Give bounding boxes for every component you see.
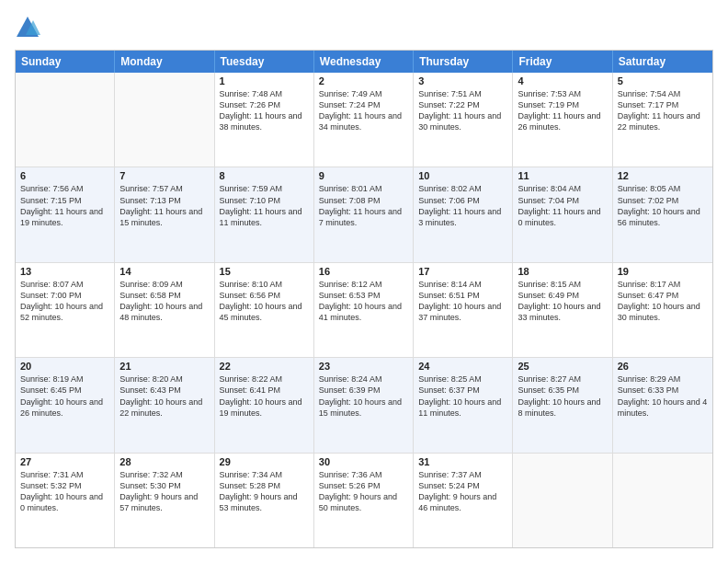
calendar-cell: 13Sunrise: 8:07 AM Sunset: 7:00 PM Dayli… <box>16 263 115 357</box>
weekday-header: Thursday <box>414 51 513 73</box>
calendar-cell: 20Sunrise: 8:19 AM Sunset: 6:45 PM Dayli… <box>16 358 115 452</box>
cell-info: Sunrise: 8:02 AM Sunset: 7:06 PM Dayligh… <box>418 183 507 228</box>
calendar-cell: 9Sunrise: 8:01 AM Sunset: 7:08 PM Daylig… <box>314 167 414 261</box>
day-number: 8 <box>220 170 309 181</box>
calendar-row: 27Sunrise: 7:31 AM Sunset: 5:32 PM Dayli… <box>16 454 712 547</box>
cell-info: Sunrise: 8:25 AM Sunset: 6:37 PM Dayligh… <box>418 373 507 419</box>
calendar-cell: 28Sunrise: 7:32 AM Sunset: 5:30 PM Dayli… <box>115 454 214 547</box>
calendar-cell: 7Sunrise: 7:57 AM Sunset: 7:13 PM Daylig… <box>115 167 214 261</box>
day-number: 10 <box>418 170 507 181</box>
day-number: 11 <box>518 170 607 181</box>
calendar-cell: 22Sunrise: 8:22 AM Sunset: 6:41 PM Dayli… <box>215 358 314 452</box>
logo-icon <box>15 15 40 40</box>
cell-info: Sunrise: 7:49 AM Sunset: 7:24 PM Dayligh… <box>319 88 408 133</box>
calendar-cell: 18Sunrise: 8:15 AM Sunset: 6:49 PM Dayli… <box>513 263 612 357</box>
cell-info: Sunrise: 7:37 AM Sunset: 5:24 PM Dayligh… <box>418 469 507 514</box>
day-number: 5 <box>618 75 708 86</box>
calendar-cell: 1Sunrise: 7:48 AM Sunset: 7:26 PM Daylig… <box>215 73 314 167</box>
calendar-cell: 16Sunrise: 8:12 AM Sunset: 6:53 PM Dayli… <box>314 263 414 357</box>
calendar-cell: 29Sunrise: 7:34 AM Sunset: 5:28 PM Dayli… <box>215 454 314 547</box>
calendar-row: 13Sunrise: 8:07 AM Sunset: 7:00 PM Dayli… <box>16 263 712 358</box>
calendar-cell: 26Sunrise: 8:29 AM Sunset: 6:33 PM Dayli… <box>613 358 712 452</box>
cell-info: Sunrise: 8:04 AM Sunset: 7:04 PM Dayligh… <box>518 183 607 228</box>
cell-info: Sunrise: 7:56 AM Sunset: 7:15 PM Dayligh… <box>20 183 109 228</box>
calendar-page: SundayMondayTuesdayWednesdayThursdayFrid… <box>0 0 728 563</box>
calendar-cell: 27Sunrise: 7:31 AM Sunset: 5:32 PM Dayli… <box>16 454 115 547</box>
calendar-cell <box>16 73 115 167</box>
cell-info: Sunrise: 8:24 AM Sunset: 6:39 PM Dayligh… <box>319 373 408 419</box>
calendar-cell: 5Sunrise: 7:54 AM Sunset: 7:17 PM Daylig… <box>613 73 712 167</box>
cell-info: Sunrise: 8:15 AM Sunset: 6:49 PM Dayligh… <box>518 279 607 324</box>
day-number: 23 <box>319 361 408 372</box>
day-number: 18 <box>518 266 607 277</box>
cell-info: Sunrise: 8:19 AM Sunset: 6:45 PM Dayligh… <box>20 373 109 419</box>
weekday-header: Friday <box>513 51 612 73</box>
day-number: 17 <box>418 266 507 277</box>
day-number: 15 <box>220 266 309 277</box>
calendar-cell: 15Sunrise: 8:10 AM Sunset: 6:56 PM Dayli… <box>215 263 314 357</box>
cell-info: Sunrise: 7:57 AM Sunset: 7:13 PM Dayligh… <box>119 183 209 228</box>
calendar-cell: 19Sunrise: 8:17 AM Sunset: 6:47 PM Dayli… <box>613 263 712 357</box>
day-number: 20 <box>20 361 109 372</box>
page-header <box>15 15 713 40</box>
calendar: SundayMondayTuesdayWednesdayThursdayFrid… <box>15 50 713 548</box>
weekday-header: Sunday <box>16 51 115 73</box>
day-number: 25 <box>518 361 607 372</box>
cell-info: Sunrise: 8:14 AM Sunset: 6:51 PM Dayligh… <box>418 279 507 324</box>
cell-info: Sunrise: 8:01 AM Sunset: 7:08 PM Dayligh… <box>319 183 408 228</box>
calendar-cell: 23Sunrise: 8:24 AM Sunset: 6:39 PM Dayli… <box>314 358 414 452</box>
calendar-cell: 25Sunrise: 8:27 AM Sunset: 6:35 PM Dayli… <box>513 358 612 452</box>
cell-info: Sunrise: 8:20 AM Sunset: 6:43 PM Dayligh… <box>119 373 209 419</box>
cell-info: Sunrise: 8:09 AM Sunset: 6:58 PM Dayligh… <box>119 279 209 324</box>
day-number: 2 <box>319 75 408 86</box>
cell-info: Sunrise: 7:54 AM Sunset: 7:17 PM Dayligh… <box>618 88 708 133</box>
day-number: 30 <box>319 456 408 467</box>
calendar-cell: 6Sunrise: 7:56 AM Sunset: 7:15 PM Daylig… <box>16 167 115 261</box>
day-number: 21 <box>119 361 209 372</box>
cell-info: Sunrise: 8:05 AM Sunset: 7:02 PM Dayligh… <box>618 183 708 228</box>
calendar-cell: 12Sunrise: 8:05 AM Sunset: 7:02 PM Dayli… <box>613 167 712 261</box>
day-number: 22 <box>220 361 309 372</box>
day-number: 6 <box>20 170 109 181</box>
calendar-header: SundayMondayTuesdayWednesdayThursdayFrid… <box>16 51 712 73</box>
weekday-header: Wednesday <box>314 51 414 73</box>
weekday-header: Saturday <box>613 51 712 73</box>
calendar-cell: 14Sunrise: 8:09 AM Sunset: 6:58 PM Dayli… <box>115 263 214 357</box>
calendar-row: 6Sunrise: 7:56 AM Sunset: 7:15 PM Daylig… <box>16 167 712 262</box>
calendar-cell: 31Sunrise: 7:37 AM Sunset: 5:24 PM Dayli… <box>414 454 513 547</box>
calendar-cell: 2Sunrise: 7:49 AM Sunset: 7:24 PM Daylig… <box>314 73 414 167</box>
calendar-cell: 24Sunrise: 8:25 AM Sunset: 6:37 PM Dayli… <box>414 358 513 452</box>
day-number: 31 <box>418 456 507 467</box>
cell-info: Sunrise: 7:31 AM Sunset: 5:32 PM Dayligh… <box>20 469 109 514</box>
day-number: 7 <box>119 170 209 181</box>
cell-info: Sunrise: 8:10 AM Sunset: 6:56 PM Dayligh… <box>220 279 309 324</box>
calendar-row: 1Sunrise: 7:48 AM Sunset: 7:26 PM Daylig… <box>16 73 712 167</box>
cell-info: Sunrise: 7:59 AM Sunset: 7:10 PM Dayligh… <box>220 183 309 228</box>
cell-info: Sunrise: 8:17 AM Sunset: 6:47 PM Dayligh… <box>618 279 708 324</box>
cell-info: Sunrise: 7:36 AM Sunset: 5:26 PM Dayligh… <box>319 469 408 514</box>
cell-info: Sunrise: 8:29 AM Sunset: 6:33 PM Dayligh… <box>618 373 708 419</box>
cell-info: Sunrise: 8:27 AM Sunset: 6:35 PM Dayligh… <box>518 373 607 419</box>
day-number: 1 <box>220 75 309 86</box>
day-number: 26 <box>618 361 708 372</box>
day-number: 28 <box>119 456 209 467</box>
weekday-header: Tuesday <box>215 51 314 73</box>
calendar-cell: 21Sunrise: 8:20 AM Sunset: 6:43 PM Dayli… <box>115 358 214 452</box>
day-number: 14 <box>119 266 209 277</box>
day-number: 13 <box>20 266 109 277</box>
cell-info: Sunrise: 7:51 AM Sunset: 7:22 PM Dayligh… <box>418 88 507 133</box>
calendar-cell <box>613 454 712 547</box>
logo <box>15 15 44 40</box>
calendar-cell: 11Sunrise: 8:04 AM Sunset: 7:04 PM Dayli… <box>513 167 612 261</box>
calendar-cell: 3Sunrise: 7:51 AM Sunset: 7:22 PM Daylig… <box>414 73 513 167</box>
day-number: 16 <box>319 266 408 277</box>
cell-info: Sunrise: 8:22 AM Sunset: 6:41 PM Dayligh… <box>220 373 309 419</box>
day-number: 19 <box>618 266 708 277</box>
day-number: 12 <box>618 170 708 181</box>
calendar-cell <box>115 73 214 167</box>
cell-info: Sunrise: 7:32 AM Sunset: 5:30 PM Dayligh… <box>119 469 209 514</box>
day-number: 9 <box>319 170 408 181</box>
calendar-cell: 4Sunrise: 7:53 AM Sunset: 7:19 PM Daylig… <box>513 73 612 167</box>
day-number: 24 <box>418 361 507 372</box>
calendar-cell: 17Sunrise: 8:14 AM Sunset: 6:51 PM Dayli… <box>414 263 513 357</box>
